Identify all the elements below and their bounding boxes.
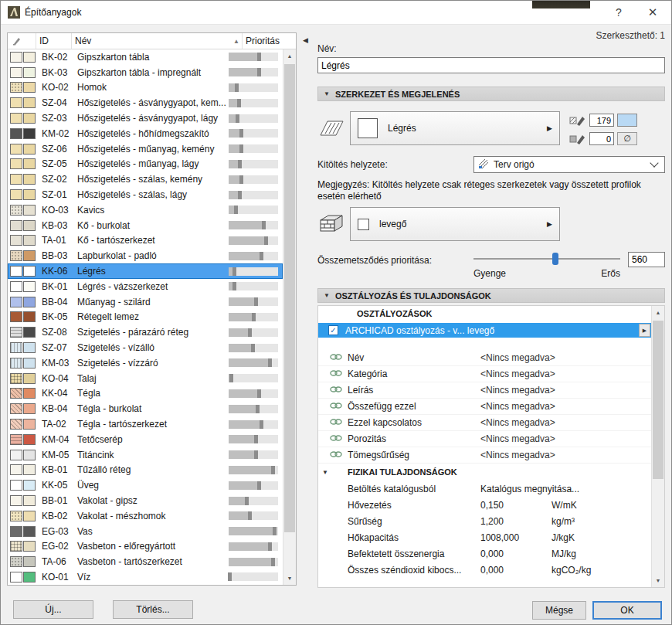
material-row[interactable]: KO-02 Homok [8,80,283,96]
physical-property-row[interactable]: Hőkapacitás 1008,000 J/kgK [318,529,651,545]
property-value[interactable]: <Nincs megadva> [480,433,651,444]
scroll-down-icon[interactable]: ▼ [283,572,296,585]
material-row[interactable]: SZ-03 Hőszigetelés - ásványgyapot, lágy [8,110,283,126]
physical-property-value[interactable]: 0,000 [480,565,552,576]
physical-property-row[interactable]: Befektetett összenergia 0,000 MJ/kg [318,545,651,562]
material-row[interactable]: TA-02 Tégla - tartószerkezet [8,416,283,432]
material-row[interactable]: KB-02 Vakolat - mészhomok [8,508,283,524]
property-value[interactable]: <Nincs megadva> [480,450,651,460]
empty-pen-button[interactable]: ∅ [617,132,637,145]
material-row[interactable]: BB-01 Vakolat - gipsz [8,493,283,508]
cancel-button[interactable]: Mégse [532,601,586,620]
fill-origin-dropdown[interactable]: Terv origó [473,156,665,173]
physical-property-row[interactable]: Betöltés katalógusból Katalógus megnyitá… [318,481,651,497]
material-row[interactable]: TA-01 Kő - tartószerkezet [8,233,283,249]
properties-scrollbar[interactable]: ▲ ▼ [651,306,664,587]
property-row[interactable]: Tömegsűrűség <Nincs megadva> [318,447,651,464]
name-column-header[interactable]: Név ▲ [71,33,242,49]
structure-section-header[interactable]: ▼ SZERKEZET ÉS MEGJELENÉS [317,87,665,101]
property-value[interactable]: <Nincs megadva> [480,352,651,363]
material-row[interactable]: BK-03 Gipszkarton tábla - impregnált [8,65,283,80]
fill-pen-color-swatch[interactable] [617,114,637,127]
collapse-panel-icon[interactable]: ◀ [303,36,308,44]
physical-properties-header[interactable]: ▼ FIZIKAI TULAJDONSÁGOK [318,464,651,481]
background-pen-input[interactable] [589,132,614,145]
properties-scrollbar-thumb[interactable] [653,321,664,479]
material-row[interactable]: SZ-04 Hőszigetelés - ásványgyapot, kem..… [8,95,283,110]
scroll-up-icon[interactable]: ▲ [652,306,664,319]
physical-property-value[interactable]: 0,000 [480,549,552,559]
classification-checkbox[interactable]: ✓ [328,325,338,335]
material-row[interactable]: SZ-08 Szigetelés - párazáró réteg [8,324,283,340]
scroll-up-icon[interactable]: ▲ [283,49,296,63]
property-row[interactable]: Leírás <Nincs megadva> [318,382,651,399]
property-value[interactable]: <Nincs megadva> [480,385,651,396]
physical-property-row[interactable]: Sűrűség 1,200 kg/m³ [318,513,651,529]
scroll-down-icon[interactable]: ▼ [652,574,664,587]
material-row[interactable]: EG-02 Vasbeton - előregyártott [8,539,283,555]
list-scrollbar-track[interactable] [283,63,296,572]
material-row[interactable]: BB-04 Műanyag - szilárd [8,294,283,310]
material-row[interactable]: TA-06 Vasbeton - tartószerkezet [8,554,283,569]
priority-slider[interactable] [473,252,620,266]
material-row[interactable]: KO-04 Talaj [8,371,283,386]
new-button[interactable]: Új... [13,600,93,619]
material-row[interactable]: KK-06 Légrés [8,263,283,279]
cut-fill-chooser[interactable]: Légrés ▶ [350,111,560,145]
physical-property-value[interactable]: Katalógus megnyitása... [480,484,552,494]
classification-section-header[interactable]: ▼ OSZTÁLYOZÁS ÉS TULAJDONSÁGOK [317,288,665,303]
material-row[interactable]: KM-04 Tetőcserép [8,432,283,447]
physical-property-row[interactable]: Összes széndioxid kibocs... 0,000 kgCO₂/… [318,562,651,578]
property-row[interactable]: Kategória <Nincs megadva> [318,366,651,382]
material-name: Hőszigetelés - műanyag, kemény [74,144,229,155]
slider-handle[interactable] [552,253,558,265]
material-row[interactable]: EG-03 Vas [8,524,283,539]
material-row[interactable]: KB-03 Kő - burkolat [8,218,283,233]
material-row[interactable]: KK-04 Tégla [8,386,283,402]
property-value[interactable]: <Nincs megadva> [480,401,651,412]
material-row[interactable]: SZ-07 Szigetelés - vízálló [8,340,283,355]
material-row[interactable]: BK-05 Rétegelt lemez [8,310,283,325]
material-row[interactable]: KM-03 Szigetelés - vízzáró [8,355,283,371]
material-row[interactable]: BK-01 Légrés - vázszerkezet [8,279,283,294]
physical-property-value[interactable]: 0,150 [480,500,552,511]
property-row[interactable]: Ezzel kapcsolatos <Nincs megadva> [318,415,651,431]
property-row[interactable]: Név <Nincs megadva> [318,350,651,366]
swatch-column-header[interactable] [8,33,36,49]
physical-property-value[interactable]: 1008,000 [480,532,552,543]
physical-property-value[interactable]: 1,200 [480,516,552,527]
property-value[interactable]: <Nincs megadva> [480,417,651,428]
classification-picker-button[interactable]: ▶ [639,324,650,337]
priority-input[interactable] [628,252,665,267]
property-row[interactable]: Porozitás <Nincs megadva> [318,431,651,447]
material-row[interactable]: SZ-06 Hőszigetelés - műanyag, kemény [8,141,283,157]
help-button[interactable]: ? [603,1,634,24]
name-input[interactable] [317,57,665,73]
list-scrollbar-thumb[interactable] [284,64,295,532]
material-row[interactable]: SZ-01 Hőszigetelés - szálas, lágy [8,187,283,202]
priority-column-header[interactable]: Prioritás [242,33,296,49]
id-column-header[interactable]: ID [36,33,71,49]
material-row[interactable]: SZ-05 Hőszigetelés - műanyag, lágy [8,157,283,172]
material-row[interactable]: KK-05 Üveg [8,477,283,493]
properties-scrollbar-track[interactable] [652,319,664,574]
material-row[interactable]: KM-05 Titáncink [8,447,283,463]
material-row[interactable]: KB-04 Tégla - burkolat [8,401,283,416]
ok-button[interactable]: OK [592,601,662,620]
surface-chooser[interactable]: levegő ▶ [350,207,560,241]
material-row[interactable]: KM-02 Hőszigetelés - hőhídmegszakító [8,126,283,141]
property-row[interactable]: Összefügg ezzel <Nincs megadva> [318,399,651,415]
delete-button[interactable]: Törlés... [113,600,193,619]
material-row[interactable]: KB-01 Tűzálló réteg [8,463,283,478]
classification-row[interactable]: ✓ ARCHICAD osztályozás - v... levegő ▶ [318,323,651,338]
material-row[interactable]: KO-03 Kavics [8,202,283,218]
list-scrollbar[interactable]: ▲ ▼ [283,49,296,585]
physical-property-row[interactable]: Hővezetés 0,150 W/mK [318,497,651,513]
property-value[interactable]: <Nincs megadva> [480,369,651,379]
material-row[interactable]: BB-03 Lapburkolat - padló [8,248,283,263]
material-row[interactable]: BK-02 Gipszkarton tábla [8,49,283,65]
fill-pen-input[interactable] [589,114,614,127]
material-row[interactable]: SZ-02 Hőszigetelés - szálas, kemény [8,172,283,187]
close-button[interactable]: ✕ [637,1,668,24]
material-row[interactable]: KO-01 Víz [8,569,283,585]
